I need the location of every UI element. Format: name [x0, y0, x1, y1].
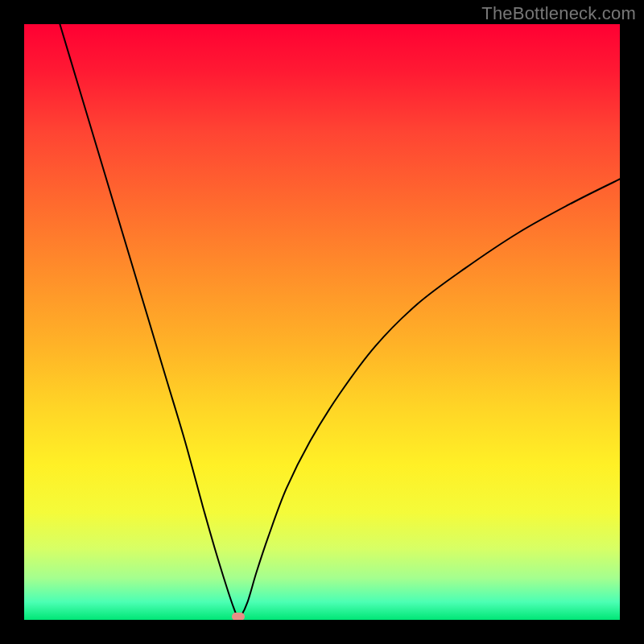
optimal-point-marker — [232, 613, 245, 620]
chart-frame: TheBottleneck.com — [0, 0, 644, 644]
plot-area — [24, 24, 620, 620]
bottleneck-curve — [24, 24, 620, 620]
watermark-text: TheBottleneck.com — [481, 3, 636, 24]
